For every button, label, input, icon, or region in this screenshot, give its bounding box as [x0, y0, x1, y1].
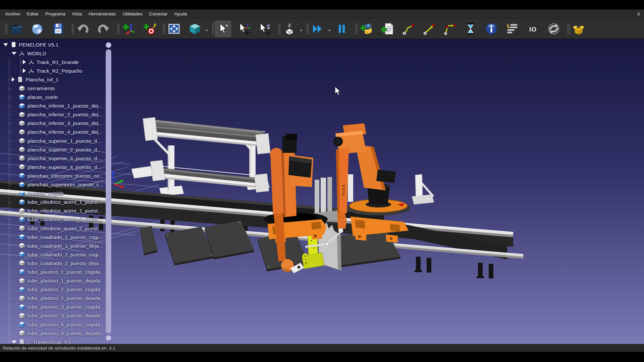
- tree-item[interactable]: tubo_plastico_3_puesto_cogida: [0, 303, 105, 311]
- tree-item[interactable]: tubo_cuadrado_1_puesto_deja...: [0, 241, 105, 250]
- frame-cursor-button[interactable]: [236, 21, 252, 37]
- tree-item[interactable]: tubo_plastico_4_puesto_cogida: [0, 320, 105, 329]
- redo-button[interactable]: [96, 21, 111, 37]
- sync-button[interactable]: [546, 21, 561, 37]
- tree-item[interactable]: plancha_superior_3_puesto_d...: [0, 154, 105, 163]
- toolbar-handle[interactable]: [5, 23, 7, 35]
- tree-item[interactable]: tubo_plastico_1_puesto_dejada: [0, 277, 105, 285]
- tree-item[interactable]: plancha_superior_1_puesto_d...: [0, 136, 105, 145]
- add-program-button[interactable]: [380, 21, 395, 37]
- fast-forward-button[interactable]: [310, 21, 325, 37]
- io-button[interactable]: IO: [525, 21, 541, 37]
- tree-item[interactable]: tubo_cilindrico_acero_1_puest...: [0, 198, 105, 206]
- add-frame-button[interactable]: [121, 21, 136, 37]
- tree-scrollbar-down[interactable]: [106, 335, 111, 341]
- tree-item[interactable]: tubo_plastico_2_puesto_cogida: [0, 285, 105, 294]
- package-button[interactable]: [571, 21, 586, 37]
- expand-arrow-icon[interactable]: [23, 60, 26, 64]
- tree-item[interactable]: 2_TrayectRcali_R1: [0, 338, 105, 344]
- tree-item[interactable]: Plancha_Inf_1: [0, 75, 105, 84]
- path-corner-button[interactable]: [442, 21, 458, 37]
- collapse-arrow-icon[interactable]: [12, 341, 16, 344]
- expand-arrow-icon[interactable]: [23, 68, 26, 73]
- toolbar-handle[interactable]: [117, 23, 119, 35]
- tree-item[interactable]: tubo_plastico_4_puesto_dejada: [0, 329, 105, 338]
- tree-item[interactable]: PENELOPE V5.1: [0, 40, 105, 49]
- tree-item[interactable]: WORLD: [0, 49, 105, 58]
- menu-vista[interactable]: Vista: [69, 9, 86, 19]
- measure-button[interactable]: [282, 21, 297, 37]
- tree-item[interactable]: plancha_superior_4_puesto_d...: [0, 163, 105, 171]
- view-cube-button[interactable]: [187, 21, 203, 37]
- part-cube-gray-icon: [19, 85, 25, 92]
- menu-editar[interactable]: Editar: [23, 9, 42, 19]
- tree-item[interactable]: plancha_superior_2_puesto_d...: [0, 145, 105, 154]
- undo-button[interactable]: [75, 21, 91, 37]
- tree-item[interactable]: tubo_cilindrico_acero_2_puest...: [0, 215, 105, 224]
- tree-item[interactable]: tubo_plastico_3_puesto_dejada: [0, 311, 105, 320]
- menu-utilidades[interactable]: Utilidades: [119, 9, 146, 19]
- tree-item[interactable]: Track_R2_Pequeño: [0, 66, 105, 75]
- tree-item[interactable]: plancha_inferior_4_puesto_dej...: [0, 128, 105, 136]
- tree-item[interactable]: tubo_cuadrado_1_puesto_cogi...: [0, 233, 105, 241]
- toolbar-handle[interactable]: [306, 23, 309, 35]
- tree-item[interactable]: plancha_inferior_1_puesto_dej...: [0, 102, 105, 110]
- toolbar-handle[interactable]: [355, 23, 358, 35]
- expand-arrow-icon[interactable]: [12, 77, 15, 82]
- menu-herramientas[interactable]: Herramientas: [85, 9, 119, 19]
- tree-item[interactable]: puestos_cogida: [0, 189, 105, 198]
- menu-ayuda[interactable]: Ayuda: [171, 9, 190, 19]
- wait-button[interactable]: [463, 21, 478, 37]
- world-button[interactable]: [30, 21, 45, 37]
- toolbar-handle[interactable]: [162, 23, 165, 35]
- tree-item[interactable]: placas_suelo: [0, 93, 105, 102]
- tree-item[interactable]: tubo_cilindrico_acero_1_puest...: [0, 206, 105, 215]
- tree-item[interactable]: plancha_inferior_3_puesto_dej...: [0, 119, 105, 128]
- tree-item[interactable]: tubo_cuadrado_2_puesto_cogi...: [0, 250, 105, 259]
- add-python-script-button[interactable]: [359, 21, 374, 37]
- fit-view-button[interactable]: [166, 21, 182, 37]
- path-line-button[interactable]: [421, 21, 437, 37]
- viewport-3d[interactable]: KUKA PENELOPE V5.1WORLDTrack_R1_GrandeTr…: [0, 39, 644, 344]
- toolbar-handle[interactable]: [567, 23, 570, 35]
- collapse-arrow-icon[interactable]: [12, 52, 16, 55]
- menu-conectar[interactable]: Conectar: [146, 9, 171, 19]
- tree-item[interactable]: cerramiento: [0, 84, 105, 93]
- select-cursor-button[interactable]: [215, 21, 231, 37]
- tree-item[interactable]: planchas_superiores_puesto_c...: [0, 180, 105, 189]
- fast-forward-dropdown[interactable]: [328, 30, 331, 33]
- save-button[interactable]: [50, 21, 66, 37]
- tree-item[interactable]: planchas_inferiores_puesto_co...: [0, 171, 105, 180]
- tree-item[interactable]: tubo_cuadrado_2_puesto_deja...: [0, 259, 105, 267]
- tree-item[interactable]: plancha_inferior_2_puesto_dej...: [0, 110, 105, 119]
- letterbox-bottom: [0, 352, 644, 362]
- open-file-button[interactable]: [9, 21, 24, 37]
- toolbar-handle[interactable]: [71, 23, 74, 35]
- menu-archivo[interactable]: Archivo: [2, 9, 23, 19]
- window-close-button[interactable]: X: [635, 9, 642, 19]
- tree-item-label: WORLD: [27, 51, 46, 56]
- view-cube-dropdown[interactable]: [205, 30, 208, 33]
- tree-item-label: plancha_superior_1_puesto_d...: [28, 138, 101, 144]
- undo-icon: [76, 22, 90, 36]
- toolbar-handle[interactable]: [211, 23, 214, 35]
- collapse-arrow-icon[interactable]: [3, 43, 8, 46]
- measure-dropdown[interactable]: [300, 30, 303, 33]
- program-list-button[interactable]: [504, 21, 520, 37]
- tree-scrollbar-up[interactable]: [106, 42, 111, 48]
- add-target-button[interactable]: [142, 21, 157, 37]
- pause-button[interactable]: [334, 21, 350, 37]
- tree-scrollbar[interactable]: [106, 49, 111, 334]
- toolbar-handle[interactable]: [278, 23, 280, 35]
- tree-item[interactable]: Track_R1_Grande: [0, 58, 105, 66]
- menu-programa[interactable]: Programa: [42, 9, 68, 19]
- tree-item-label: puestos_cogida: [28, 190, 64, 196]
- info-button[interactable]: [484, 21, 499, 37]
- tree-item[interactable]: tubo_plastico_1_puesto_cogida: [0, 267, 105, 276]
- path-curve-button[interactable]: [400, 21, 416, 37]
- io-icon: IO: [526, 22, 540, 36]
- grab-cursor-button[interactable]: [257, 21, 272, 37]
- tree-item[interactable]: tubo_plastico_2_puesto_dejada: [0, 294, 105, 303]
- scene-tree[interactable]: PENELOPE V5.1WORLDTrack_R1_GrandeTrack_R…: [0, 40, 105, 344]
- tree-item[interactable]: tubo_cilindrico_acero_2_puest...: [0, 224, 105, 233]
